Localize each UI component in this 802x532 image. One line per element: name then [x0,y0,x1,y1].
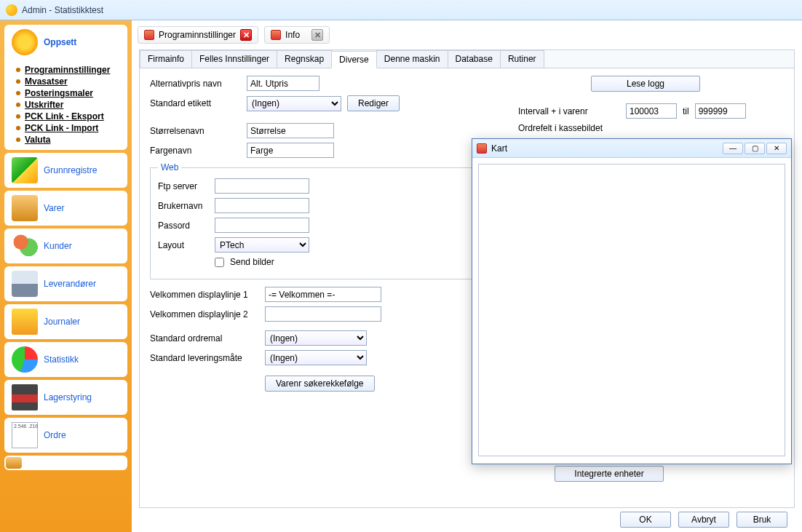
bullet-icon [16,126,20,130]
bruk-button[interactable]: Bruk [737,512,787,528]
form-icon [271,30,281,40]
sidebar-card-leverandorer[interactable]: Leverandører [4,266,127,301]
gear-icon [12,29,38,55]
sidebar-card-extra[interactable] [4,456,127,470]
close-icon[interactable]: ✕ [240,29,252,41]
kart-window: Kart — ▢ ✕ [472,138,792,464]
sidebar-card-ordre[interactable]: Ordre [4,418,127,453]
sidebar-label-ordre: Ordre [44,430,66,440]
stdordremal-select[interactable]: (Ingen) [265,330,367,346]
close-icon[interactable]: ✕ [311,29,323,41]
sidebar-card-grunnregistre[interactable]: Grunnregistre [4,153,127,188]
kart-titlebar[interactable]: Kart — ▢ ✕ [472,139,791,158]
forklift-icon [12,384,38,410]
sidebar-label-journaler: Journaler [44,317,80,327]
box-icon [12,195,38,221]
sidebar-item-pck-import[interactable]: PCK Link - Import [12,122,122,134]
varenr-sok-button[interactable]: Varenr søkerekkefølge [265,376,375,392]
label-passord: Passord [158,221,209,231]
intervall-from-input[interactable] [626,103,677,119]
integrerte-button[interactable]: Integrerte enheter [555,466,664,482]
kart-canvas[interactable] [478,164,785,456]
velkommen2-input[interactable] [265,306,381,322]
sidebar-card-statistikk[interactable]: Statistikk [4,342,127,377]
blocks-icon [12,157,38,183]
label-storrelsenavn: Størrelsenavn [150,126,241,136]
sidebar-card-lagerstyring[interactable]: Lagerstyring [4,380,127,415]
maximize-button[interactable]: ▢ [745,143,765,154]
label-intervall: Intervall + i varenr [518,106,620,116]
brukernavn-input[interactable] [215,198,309,213]
sidebar: Oppsett Programinnstillinger Mvasatser P… [0,20,132,532]
ftp-input[interactable] [215,178,309,194]
intervall-to-input[interactable] [695,103,746,119]
stdetikett-select[interactable]: (Ingen) [247,96,341,111]
titlebar: Admin - Statistikktest [0,0,802,20]
send-bilder-label: Send bilder [230,257,274,267]
kart-title: Kart [491,143,723,154]
label-ftp: Ftp server [158,181,209,191]
web-legend: Web [158,162,181,172]
sidebar-item-valuta[interactable]: Valuta [12,134,122,146]
lese-logg-button[interactable]: Lese logg [591,76,700,92]
storrelsenavn-input[interactable] [247,123,334,138]
dialog-buttons: OK Avbryt Bruk [620,512,787,528]
bullet-icon [16,138,20,142]
tab-regnskap[interactable]: Regnskap [277,50,332,68]
users-icon [12,233,38,259]
doc-tab-programinnstillinger[interactable]: Programinnstillinger ✕ [138,26,258,44]
tab-felles[interactable]: Felles Innstillinger [191,50,277,68]
label-altprisnavn: Alternativpris navn [150,79,241,89]
doc-tab-label: Programinnstillinger [159,30,236,40]
avbryt-button[interactable]: Avbryt [678,512,729,528]
close-button[interactable]: ✕ [766,143,787,154]
bullet-icon [16,79,20,84]
label-brukernavn: Brukernavn [158,201,209,211]
ok-button[interactable]: OK [620,512,671,528]
sidebar-item-posteringsmaler[interactable]: Posteringsmaler [12,87,122,99]
form-icon [144,30,154,40]
label-velkommen1: Velkommen displaylinje 1 [150,290,259,300]
sidebar-label-lagerstyring: Lagerstyring [44,392,92,402]
sidebar-label-grunnregistre: Grunnregistre [44,165,97,175]
sidebar-label-oppsett[interactable]: Oppsett [44,37,76,47]
tab-rutiner[interactable]: Rutiner [500,50,544,68]
sidebar-card-kunder[interactable]: Kunder [4,229,127,263]
passord-input[interactable] [215,218,309,233]
tab-database[interactable]: Database [448,50,501,68]
form-icon [477,143,487,154]
label-stdlev: Standard leveringsmåte [150,353,259,363]
tab-denne-maskin[interactable]: Denne maskin [376,50,448,68]
send-bilder-checkbox[interactable] [215,258,224,267]
altprisnavn-input[interactable] [247,76,319,91]
rediger-button[interactable]: Rediger [347,95,400,111]
sidebar-item-utskrifter[interactable]: Utskrifter [12,99,122,111]
sidebar-item-programinnstillinger[interactable]: Programinnstillinger [12,64,122,76]
box-icon [6,457,22,469]
tab-firmainfo[interactable]: Firmainfo [140,50,192,68]
label-stdetikett: Standard etikett [150,98,241,108]
label-fargenavn: Fargenavn [150,146,241,156]
label-layout: Layout [158,240,209,250]
sidebar-label-statistikk: Statistikk [44,354,79,365]
sidebar-item-mvasatser[interactable]: Mvasatser [12,76,122,87]
sidebar-card-varer[interactable]: Varer [4,191,127,226]
stdlev-select[interactable]: (Ingen) [265,350,367,365]
sidebar-label-kunder: Kunder [44,241,72,251]
sidebar-card-journaler[interactable]: Journaler [4,304,127,339]
minimize-button[interactable]: — [723,143,743,154]
doc-tab-info[interactable]: Info ✕ [264,26,330,44]
sidebar-label-varer: Varer [44,203,64,213]
label-ordrefelt: Ordrefelt i kassebildet [518,123,620,133]
layout-select[interactable]: PTech [215,237,309,253]
doc-tab-label: Info [285,30,300,40]
tab-diverse[interactable]: Diverse [331,51,377,68]
bullet-icon [16,114,20,119]
bullet-icon [16,103,20,107]
velkommen1-input[interactable] [265,287,381,302]
app-icon [6,4,17,16]
sidebar-item-pck-eksport[interactable]: PCK Link - Eksport [12,111,122,122]
bullet-icon [16,91,20,95]
fargenavn-input[interactable] [247,143,334,158]
pie-icon [12,346,38,373]
